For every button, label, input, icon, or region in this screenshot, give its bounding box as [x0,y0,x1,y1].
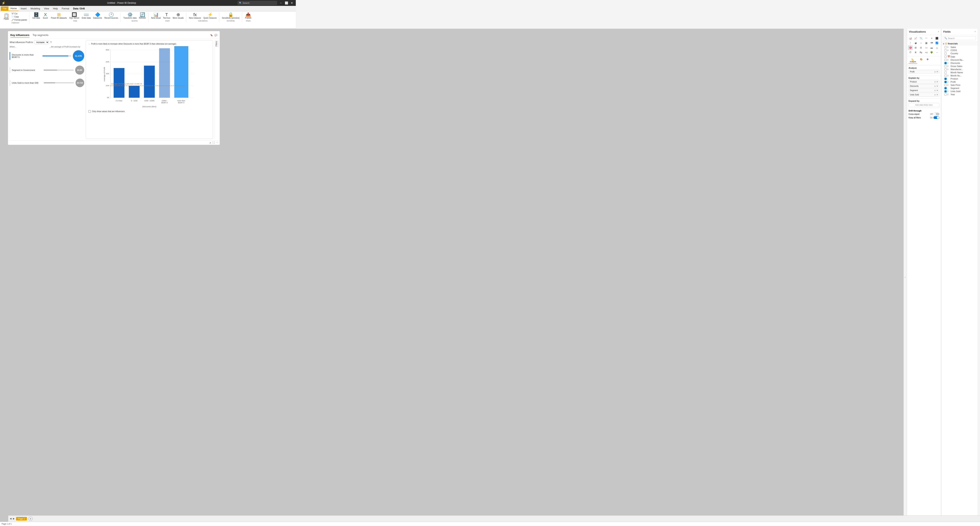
excel-button[interactable]: X Excel [41,12,49,19]
expand-icon[interactable]: ⛶ [213,141,215,144]
canvas-area: Key influencers Top segments 🔖 💬 What in… [0,29,296,159]
dataverse-icon: 🔷 [95,13,100,17]
menu-file[interactable]: File [1,6,8,11]
refresh-button[interactable]: 🔄 Refresh [138,12,146,19]
sql-server-button[interactable]: 🔲 SQL Server [68,12,80,19]
influencer-bar-indicator [10,52,10,60]
menu-view[interactable]: View [42,6,51,11]
bar-0-4158[interactable] [129,86,140,98]
calculations-group: fx New measure ⚡ Quick measure Calculati… [187,12,219,22]
more-visuals-icon: ⊕ [177,13,180,17]
window-controls: − ⬜ ✕ [278,1,294,5]
data-group: 🗄️ Get data X Excel ⊞ Power BI datasets … [30,12,121,22]
bar-chart-svg: 80K 60K 40K 20K 0K [88,46,210,109]
menu-home[interactable]: Home [8,6,19,11]
influence-direction-dropdown[interactable]: increase [34,40,49,44]
menu-help[interactable]: Help [51,6,60,11]
bar-4158-10350[interactable] [144,65,155,97]
recent-sources-button[interactable]: 🕐 Recent sources [103,12,119,19]
influencers-header: What influences Profit to increase ? [10,40,84,44]
menu-format[interactable]: Format [60,6,71,11]
copy-button[interactable]: 📄 Copy [11,15,28,18]
minimize-button[interactable]: − [278,1,283,5]
influencers-panel: What influences Profit to increase ? Whe… [10,40,84,139]
menu-modeling[interactable]: Modeling [29,6,42,11]
new-visual-button[interactable]: 📊 New visual [150,12,161,19]
transform-data-button[interactable]: ⚙️ Transform data [123,12,137,19]
clipboard-group: 📋 Paste ✂️ Cut 📄 Copy 🖌️ Format painter [1,12,30,24]
dataverse-button[interactable]: 🔷 Dataverse [92,12,103,19]
bar-10350-s5387[interactable] [159,48,170,98]
influencer-badge-2: 24.2K [75,65,84,75]
chart-description: Profit is more likely to increase when D… [91,43,177,45]
enter-data-button[interactable]: ⌨️ Enter data [81,12,91,19]
tab-key-influencers[interactable]: Key influencers [10,33,29,38]
quick-measure-button[interactable]: ⚡ Quick measure [203,12,218,19]
influencer-bar-3 [44,83,74,83]
format-painter-button[interactable]: 🖌️ Format painter [11,18,28,21]
publish-button[interactable]: 📤 Publish [244,12,252,19]
insert-group: 📊 New visual T Text box ⊕ More visuals I… [149,12,186,22]
data-items: 🗄️ Get data X Excel ⊞ Power BI datasets … [32,12,119,19]
svg-text:0 - 4158: 0 - 4158 [131,100,137,102]
sensitivity-icon: 🔒 [228,13,233,17]
power-bi-datasets-button[interactable]: ⊞ Power BI datasets [50,12,67,19]
visual-card-header: Key influencers Top segments 🔖 💬 [8,31,220,39]
transform-icon: ⚙️ [127,13,133,17]
influencer-item-2[interactable]: Segment is Government 24.2K [10,65,84,75]
text-box-button[interactable]: T Text box [162,12,171,19]
only-show-checkbox-row: Only show values that are influencers [88,110,210,113]
influencer-label-2: Segment is Government [12,69,42,71]
filter-icon[interactable]: ⊿ [209,141,211,144]
calculations-items: fx New measure ⚡ Quick measure [188,12,218,19]
restore-button[interactable]: ⬜ [284,1,289,5]
chart-back-button[interactable]: ← Profit is more likely to increase when… [88,43,210,45]
get-data-button[interactable]: 🗄️ Get data [32,12,41,19]
title-search-bar[interactable]: 🔍 Search [238,1,277,5]
comment-icon[interactable]: 💬 [215,34,217,37]
more-visuals-button[interactable]: ⊕ More visuals [172,12,185,19]
increases-header: ...the average of Profit increases by [39,46,84,48]
cut-copy-format: ✂️ Cut 📄 Copy 🖌️ Format painter [11,12,28,21]
refresh-icon: 🔄 [140,13,145,17]
question-mark: ? [50,41,51,43]
ribbon: 📋 Paste ✂️ Cut 📄 Copy 🖌️ Format painter [0,11,296,29]
svg-text:40K: 40K [106,72,109,75]
svg-text:0 or less: 0 or less [116,100,123,102]
bookmark-icon[interactable]: 🔖 [210,34,213,37]
get-data-icon: 🗄️ [33,13,39,17]
svg-text:0K: 0K [107,96,110,99]
svg-text:80K: 80K [106,49,109,51]
share-group: 📤 Publish Share [242,12,254,22]
close-button[interactable]: ✕ [290,1,294,5]
enter-data-icon: ⌨️ [84,13,89,17]
paste-button[interactable]: 📋 Paste [3,13,10,21]
more-options-icon[interactable]: ··· [216,141,218,144]
menu-insert[interactable]: Insert [19,6,29,11]
svg-text:10350 -: 10350 - [162,100,167,102]
checkbox-label: Only show values that are influencers [92,110,125,113]
svg-text:Average of Profit: Average of Profit [103,67,105,81]
sensitivity-button[interactable]: 🔒 Sensitivity (preview) [221,12,240,19]
svg-text:$5387.5: $5387.5 [161,102,168,104]
window-title: Untitled - Power BI Desktop [5,2,238,4]
new-measure-button[interactable]: fx New measure [188,12,202,19]
question-label: What influences Profit to [10,41,33,43]
menu-data-drill[interactable]: Data / Drill [71,6,87,11]
bar-more-than[interactable] [174,46,188,98]
filters-label[interactable]: Filters [215,40,218,47]
influencer-list: Discounts is more than $5387.5 51.47K S [10,49,84,90]
title-bar: ⚡ Untitled - Power BI Desktop 🔍 Search −… [0,0,296,6]
paste-icon: 📋 [4,14,9,18]
insert-label: Insert [165,20,170,22]
tab-top-segments[interactable]: Top segments [33,33,48,38]
only-show-influencers-checkbox[interactable] [88,110,91,113]
visual-body: What influences Profit to increase ? Whe… [8,39,220,140]
influencer-item-3[interactable]: Units Sold is more than 549 20.71K [10,78,84,87]
clipboard-items: 📋 Paste ✂️ Cut 📄 Copy 🖌️ Format painter [3,12,28,21]
influencer-item-1[interactable]: Discounts is more than $5387.5 51.47K [10,50,84,62]
key-influencers-visual: Key influencers Top segments 🔖 💬 What in… [8,31,220,145]
column-headers: When... ...the average of Profit increas… [10,46,84,48]
cut-button[interactable]: ✂️ Cut [11,12,28,15]
sql-icon: 🔲 [72,13,77,17]
